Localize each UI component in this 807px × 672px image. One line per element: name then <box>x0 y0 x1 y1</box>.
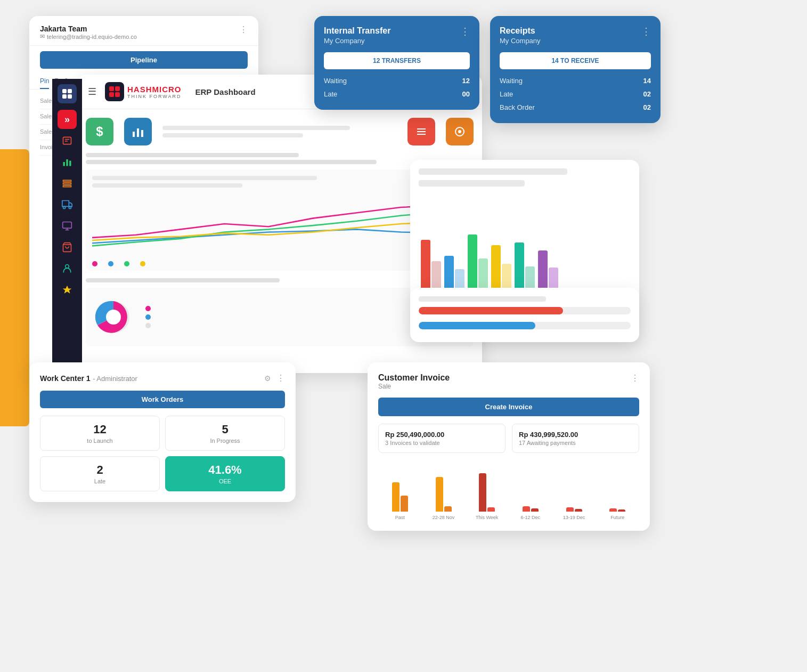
dark-sidebar: » <box>52 79 82 377</box>
transfer-subtitle: My Company <box>324 37 390 45</box>
monitor-icon[interactable] <box>58 216 77 236</box>
receipts-more-icon[interactable]: ⋮ <box>641 26 651 37</box>
tab-pin[interactable]: Pin <box>40 74 49 89</box>
stat-late: Late 00 <box>324 89 470 99</box>
pie-legend <box>145 306 154 328</box>
transfer-more-icon[interactable]: ⋮ <box>460 26 470 37</box>
jakarta-email: ✉ telering@trading-id.equio-demo.co <box>40 33 137 40</box>
truck-icon[interactable] <box>58 195 77 214</box>
workcenter-title: Work Center 1 <box>40 374 91 383</box>
trophy-icon[interactable] <box>58 280 77 299</box>
awaiting-amount: Rp 430,999,520.00 <box>519 431 632 439</box>
svg-rect-11 <box>63 183 71 184</box>
bar-past: Past <box>380 469 420 520</box>
create-invoice-button[interactable]: Create Invoice <box>378 398 639 416</box>
hbar-row-1 <box>419 307 631 314</box>
validate-amount: Rp 250,490,000.00 <box>385 431 499 439</box>
receipts-stat-waiting: Waiting 14 <box>500 76 651 86</box>
workcenter-grid: 12 to Launch 5 In Progress 2 Late 41.6% … <box>40 416 285 491</box>
chart-title-placeholder <box>419 168 567 175</box>
svg-point-19 <box>66 265 69 269</box>
svg-rect-25 <box>137 128 139 137</box>
sidebar-logo <box>58 84 77 103</box>
svg-rect-10 <box>63 180 71 182</box>
app-icon-dollar[interactable]: $ <box>86 118 113 145</box>
svg-point-14 <box>69 206 71 208</box>
list-icon[interactable] <box>58 174 77 193</box>
forward-icon[interactable]: » <box>58 110 77 129</box>
workcenter-more-icon[interactable]: ⋮ <box>276 373 285 383</box>
right-bar-chart <box>419 192 631 288</box>
tagline: THINK FORWARD <box>127 94 182 99</box>
invoice-amounts: Rp 250,490,000.00 3 Invoices to validate… <box>378 424 639 453</box>
svg-point-33 <box>106 310 121 325</box>
work-orders-button[interactable]: Work Orders <box>40 391 285 408</box>
email-icon: ✉ <box>40 33 45 40</box>
app-icon-list[interactable] <box>407 118 435 145</box>
receipts-title: Receipts <box>500 26 541 37</box>
chart-bar-icon[interactable] <box>58 152 77 172</box>
transfer-title: Internal Transfer <box>324 26 390 37</box>
svg-rect-21 <box>115 86 120 91</box>
svg-rect-2 <box>62 94 67 99</box>
svg-rect-22 <box>109 92 114 97</box>
svg-rect-15 <box>63 222 72 229</box>
jakarta-more-icon[interactable]: ⋮ <box>239 25 248 35</box>
customer-invoice-card: Customer Invoice Sale ⋮ Create Invoice R… <box>368 362 650 531</box>
stat-late[interactable]: 2 Late <box>40 456 160 491</box>
bar-future: Future <box>598 469 637 520</box>
svg-rect-27 <box>417 128 426 129</box>
svg-rect-20 <box>109 86 114 91</box>
workcenter-admin: - Administrator <box>93 375 137 383</box>
brand-name: HASHMICRO <box>127 85 182 94</box>
stat-in-progress[interactable]: 5 In Progress <box>165 416 285 451</box>
bar-6-12-dec: 6-12 Dec <box>511 469 550 520</box>
hbar-row-2 <box>419 322 631 329</box>
app-icon-circle[interactable] <box>446 118 474 145</box>
invoice-bar-chart: Past 22-28 Nov This Week 6-12 Dec <box>378 462 639 520</box>
chart-subtitle-placeholder <box>419 180 525 187</box>
receipts-subtitle: My Company <box>500 37 541 45</box>
workcenter-settings-icon[interactable]: ⚙ <box>264 374 271 383</box>
pipeline-button[interactable]: Pipeline <box>40 51 248 69</box>
svg-rect-23 <box>115 92 120 97</box>
erp-title: ERP Dashboard <box>195 87 256 96</box>
user-icon[interactable] <box>58 259 77 278</box>
transfers-button[interactable]: 12 TRANSFERS <box>324 52 470 69</box>
receipts-stat-backorder: Back Order 02 <box>500 102 651 112</box>
svg-rect-8 <box>66 159 68 166</box>
app-icon-chart[interactable] <box>124 118 152 145</box>
receipts-card: Receipts My Company ⋮ 14 TO RECEIVE Wait… <box>490 16 661 123</box>
svg-rect-29 <box>417 134 426 135</box>
horizontal-bars-section <box>410 288 639 342</box>
invoice-title: Customer Invoice <box>378 373 450 383</box>
svg-point-31 <box>458 130 461 133</box>
bar-this-week: This Week <box>467 469 507 520</box>
invoice-more-icon[interactable]: ⋮ <box>631 373 639 383</box>
stat-oee[interactable]: 41.6% OEE <box>165 456 285 491</box>
bar-22-28-nov: 22-28 Nov <box>424 469 463 520</box>
jakarta-title: Jakarta Team <box>40 25 137 33</box>
svg-rect-28 <box>417 131 426 132</box>
svg-rect-9 <box>69 161 71 166</box>
erp-logo: HASHMICRO THINK FORWARD <box>105 82 182 101</box>
stat-to-launch[interactable]: 12 to Launch <box>40 416 160 451</box>
receive-button[interactable]: 14 TO RECEIVE <box>500 52 651 69</box>
svg-rect-24 <box>133 132 135 137</box>
svg-rect-3 <box>68 94 72 99</box>
receipts-stats: Waiting 14 Late 02 Back Order 02 <box>500 76 651 112</box>
receipts-stat-late: Late 02 <box>500 89 651 99</box>
svg-rect-7 <box>63 162 65 166</box>
transfer-stats: Waiting 12 Late 00 <box>324 76 470 99</box>
yellow-accent <box>0 149 29 426</box>
internal-transfer-card: Internal Transfer My Company ⋮ 12 TRANSF… <box>314 16 479 110</box>
hamburger-icon[interactable]: ☰ <box>88 86 96 98</box>
news-icon[interactable] <box>58 131 77 150</box>
svg-point-13 <box>63 206 66 208</box>
svg-rect-0 <box>62 89 67 93</box>
invoice-subtitle: Sale <box>378 383 450 390</box>
cart-icon[interactable] <box>58 238 77 257</box>
svg-rect-12 <box>63 185 71 187</box>
stat-waiting: Waiting 12 <box>324 76 470 86</box>
bar-13-19-dec: 13-19 Dec <box>555 469 594 520</box>
